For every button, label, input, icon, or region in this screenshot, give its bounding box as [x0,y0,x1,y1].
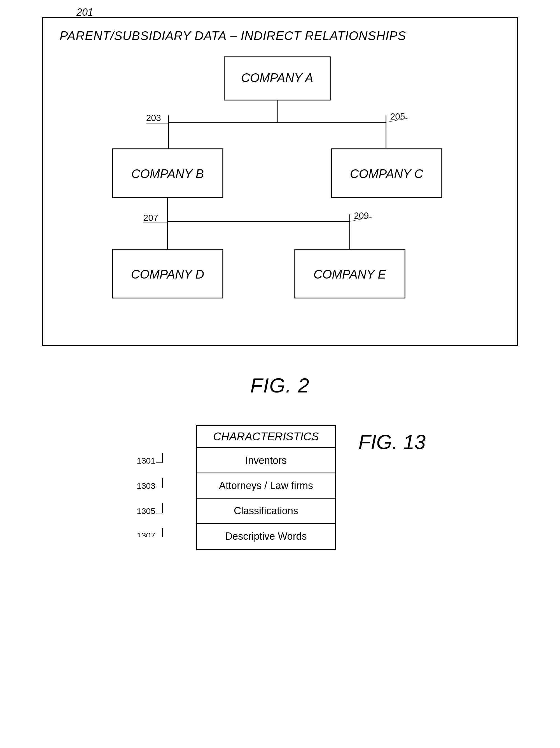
fig13-container: 1301 1303 1305 1307 CHARACTERISTICS Inve… [134,425,426,550]
svg-text:COMPANY D: COMPANY D [131,267,204,281]
svg-text:COMPANY C: COMPANY C [350,167,423,181]
fig2-svg: COMPANY A 203 205 COMPANY B COMPANY C [60,54,500,327]
fig13-table: CHARACTERISTICS Inventors Attorneys / La… [196,425,336,550]
svg-text:205: 205 [390,111,405,121]
svg-text:1307: 1307 [137,531,156,537]
svg-text:COMPANY B: COMPANY B [131,167,204,181]
svg-text:1303: 1303 [137,481,156,490]
fig13-row-attorneys: Attorneys / Law firms [197,473,335,498]
fig13-ref-labels: 1301 1303 1305 1307 [134,425,190,537]
fig2-caption: FIG. 2 [250,374,310,397]
fig13-table-header: CHARACTERISTICS [197,426,335,448]
fig2-diagram: 201 PARENT/SUBSIDIARY DATA – INDIRECT RE… [42,17,518,346]
svg-text:207: 207 [143,213,158,223]
fig13-row-descriptive-words: Descriptive Words [197,524,335,549]
fig13-left-section: 1301 1303 1305 1307 CHARACTERISTICS Inve… [134,425,336,550]
svg-text:203: 203 [146,113,161,123]
fig13-caption: FIG. 13 [358,425,426,453]
fig13-row-classifications: Classifications [197,498,335,524]
fig13-row-inventors: Inventors [197,448,335,473]
fig2-border-box: 201 PARENT/SUBSIDIARY DATA – INDIRECT RE… [42,17,518,346]
svg-text:COMPANY A: COMPANY A [241,71,313,85]
svg-text:1301: 1301 [137,456,156,465]
svg-text:COMPANY E: COMPANY E [313,267,387,281]
fig2-title: PARENT/SUBSIDIARY DATA – INDIRECT RELATI… [60,29,500,43]
svg-text:209: 209 [354,211,369,220]
fig2-ref-number: 201 [76,6,93,18]
svg-text:1305: 1305 [137,507,156,516]
